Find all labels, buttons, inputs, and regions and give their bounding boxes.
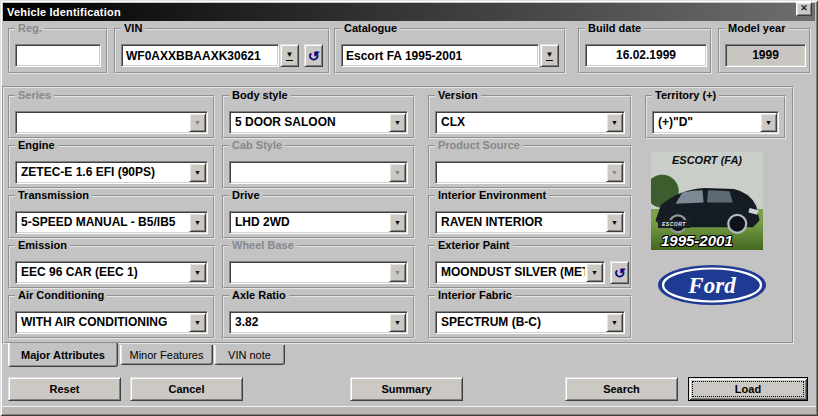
body-style-value: 5 DOOR SALOON bbox=[230, 112, 388, 133]
dropdown-icon[interactable]: ▼ bbox=[389, 213, 406, 232]
summary-button[interactable]: Summary bbox=[350, 377, 463, 401]
revert-icon: ↺ bbox=[614, 266, 626, 280]
reset-button[interactable]: Reset bbox=[8, 377, 121, 401]
dropdown-underline-icon: ▼ bbox=[286, 51, 294, 61]
product-source-label: Product Source bbox=[435, 139, 523, 151]
interior-environment-combobox[interactable]: RAVEN INTERIOR ▼ bbox=[435, 211, 625, 234]
reg-input[interactable] bbox=[15, 44, 101, 67]
axle-ratio-value: 3.82 bbox=[230, 312, 388, 333]
search-button[interactable]: Search bbox=[565, 377, 678, 401]
vin-revert-button[interactable]: ↺ bbox=[304, 44, 323, 67]
transmission-value: 5-SPEED MANUAL - B5/IB5 bbox=[16, 212, 188, 233]
ford-logo: Ford bbox=[656, 263, 768, 307]
field-interior-environment: Interior Environment RAVEN INTERIOR ▼ bbox=[428, 195, 632, 239]
close-icon: ✕ bbox=[800, 3, 808, 13]
dropdown-icon[interactable]: ▼ bbox=[189, 263, 206, 282]
dropdown-icon[interactable]: ▼ bbox=[389, 113, 406, 132]
vehicle-photo-badge: ESCORT bbox=[658, 220, 690, 228]
dropdown-underline-icon: ▼ bbox=[546, 51, 554, 61]
window-title: Vehicle Identification bbox=[7, 6, 121, 18]
field-air-conditioning: Air Conditioning WITH AIR CONDITIONING ▼ bbox=[8, 295, 215, 339]
dropdown-icon[interactable]: ▼ bbox=[389, 313, 406, 332]
close-button[interactable]: ✕ bbox=[796, 2, 812, 16]
series-label: Series bbox=[15, 89, 54, 101]
emission-value: EEC 96 CAR (EEC 1) bbox=[16, 262, 188, 283]
dropdown-icon: ▼ bbox=[389, 163, 406, 182]
drive-combobox[interactable]: LHD 2WD ▼ bbox=[229, 211, 408, 234]
exterior-paint-combobox[interactable]: MOONDUST SILVER (MET ▼ bbox=[435, 261, 605, 284]
interior-fabric-combobox[interactable]: SPECTRUM (B-C) ▼ bbox=[435, 311, 625, 334]
series-combobox: ▼ bbox=[15, 111, 208, 134]
field-cab-style: Cab Style ▼ bbox=[222, 145, 415, 189]
field-drive: Drive LHD 2WD ▼ bbox=[222, 195, 415, 239]
vin-dropdown-button[interactable]: ▼ bbox=[280, 44, 299, 67]
build-date-group: Build date 16.02.1999 bbox=[578, 28, 712, 74]
air-conditioning-combobox[interactable]: WITH AIR CONDITIONING ▼ bbox=[15, 311, 208, 334]
interior-environment-value: RAVEN INTERIOR bbox=[436, 212, 605, 233]
engine-label: Engine bbox=[15, 139, 58, 151]
model-year-value: 1999 bbox=[725, 44, 806, 67]
axle-ratio-combobox[interactable]: 3.82 ▼ bbox=[229, 311, 408, 334]
body-style-label: Body style bbox=[229, 89, 291, 101]
dropdown-icon[interactable]: ▼ bbox=[586, 263, 603, 282]
emission-combobox[interactable]: EEC 96 CAR (EEC 1) ▼ bbox=[15, 261, 208, 284]
dropdown-icon[interactable]: ▼ bbox=[606, 113, 623, 132]
transmission-label: Transmission bbox=[15, 189, 92, 201]
dropdown-icon[interactable]: ▼ bbox=[606, 213, 623, 232]
exterior-paint-revert-button[interactable]: ↺ bbox=[610, 261, 629, 284]
drive-value: LHD 2WD bbox=[230, 212, 388, 233]
vehicle-photo-years: 1995-2001 bbox=[661, 232, 733, 249]
air-conditioning-label: Air Conditioning bbox=[15, 289, 107, 301]
exterior-paint-value: MOONDUST SILVER (MET bbox=[436, 262, 585, 283]
dropdown-icon[interactable]: ▼ bbox=[606, 313, 623, 332]
territory-value: (+)"D" bbox=[653, 112, 759, 133]
build-date-value: 16.02.1999 bbox=[585, 44, 707, 67]
dropdown-icon: ▼ bbox=[606, 163, 623, 182]
catalogue-label: Catalogue bbox=[341, 22, 400, 34]
interior-environment-label: Interior Environment bbox=[435, 189, 549, 201]
revert-icon: ↺ bbox=[308, 49, 320, 63]
catalogue-dropdown-button[interactable]: ▼ bbox=[540, 44, 559, 67]
vehicle-photo-title: ESCORT (FA) bbox=[651, 154, 763, 166]
tab-minor-features[interactable]: Minor Features bbox=[120, 345, 213, 365]
transmission-combobox[interactable]: 5-SPEED MANUAL - B5/IB5 ▼ bbox=[15, 211, 208, 234]
dropdown-icon: ▼ bbox=[189, 113, 206, 132]
version-combobox[interactable]: CLX ▼ bbox=[435, 111, 625, 134]
dropdown-icon[interactable]: ▼ bbox=[189, 213, 206, 232]
territory-label: Territory (+) bbox=[652, 89, 719, 101]
tab-vin-note[interactable]: VIN note bbox=[214, 345, 285, 365]
tab-major-attributes[interactable]: Major Attributes bbox=[8, 343, 118, 367]
cab-style-value bbox=[230, 162, 388, 183]
emission-label: Emission bbox=[15, 239, 70, 251]
reg-group: Reg. bbox=[8, 28, 108, 74]
ford-logo-text: Ford bbox=[687, 273, 736, 298]
load-button[interactable]: Load bbox=[688, 377, 808, 401]
dropdown-icon[interactable]: ▼ bbox=[189, 313, 206, 332]
territory-combobox[interactable]: (+)"D" ▼ bbox=[652, 111, 779, 134]
field-territory: Territory (+) (+)"D" ▼ bbox=[645, 95, 786, 139]
air-conditioning-value: WITH AIR CONDITIONING bbox=[16, 312, 188, 333]
field-body-style: Body style 5 DOOR SALOON ▼ bbox=[222, 95, 415, 139]
vin-group: VIN ▼ ↺ bbox=[114, 28, 330, 74]
field-wheel-base: Wheel Base ▼ bbox=[222, 245, 415, 289]
dropdown-icon[interactable]: ▼ bbox=[189, 163, 206, 182]
field-exterior-paint: Exterior Paint MOONDUST SILVER (MET ▼ ↺ bbox=[428, 245, 632, 289]
vehicle-photo: ESCORT (FA) ESCORT 1995-2001 bbox=[651, 152, 763, 250]
engine-value: ZETEC-E 1.6 EFI (90PS) bbox=[16, 162, 188, 183]
field-interior-fabric: Interior Fabric SPECTRUM (B-C) ▼ bbox=[428, 295, 632, 339]
engine-combobox[interactable]: ZETEC-E 1.6 EFI (90PS) ▼ bbox=[15, 161, 208, 184]
vehicle-identification-window: Vehicle Identification ✕ Reg. VIN ▼ ↺ Ca… bbox=[0, 0, 818, 416]
catalogue-input[interactable] bbox=[341, 44, 539, 67]
vin-label: VIN bbox=[121, 22, 145, 34]
cancel-button[interactable]: Cancel bbox=[130, 377, 243, 401]
field-version: Version CLX ▼ bbox=[428, 95, 632, 139]
vin-input[interactable] bbox=[121, 44, 279, 67]
body-style-combobox[interactable]: 5 DOOR SALOON ▼ bbox=[229, 111, 408, 134]
exterior-paint-label: Exterior Paint bbox=[435, 239, 513, 251]
catalogue-group: Catalogue ▼ bbox=[334, 28, 566, 74]
axle-ratio-label: Axle Ratio bbox=[229, 289, 289, 301]
reg-label: Reg. bbox=[15, 22, 45, 34]
dropdown-icon[interactable]: ▼ bbox=[760, 113, 777, 132]
version-value: CLX bbox=[436, 112, 605, 133]
dropdown-icon: ▼ bbox=[389, 263, 406, 282]
